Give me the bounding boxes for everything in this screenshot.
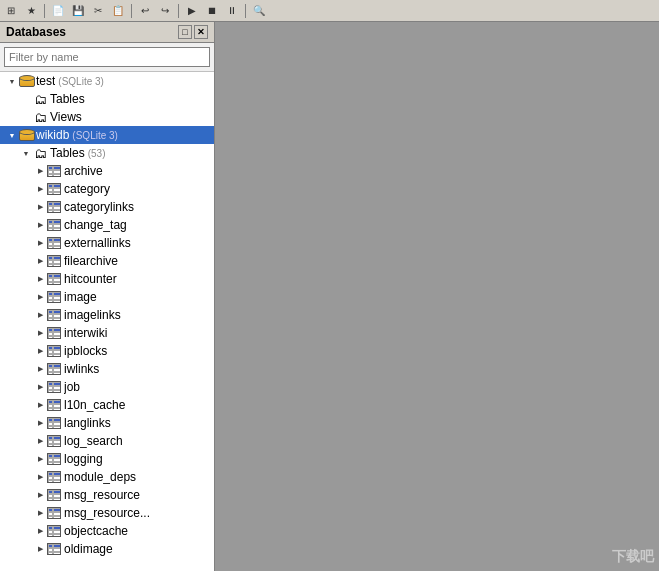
table-label-0: archive [64,164,103,178]
table-row[interactable]: externallinks [0,234,214,252]
table-row[interactable]: module_deps [0,468,214,486]
table-icon-13 [46,397,62,413]
expand-table-8[interactable] [34,309,46,321]
expand-table-20[interactable] [34,525,46,537]
expand-table-12[interactable] [34,381,46,393]
table-row[interactable]: job [0,378,214,396]
db-test-badge: (SQLite 3) [58,76,104,87]
toolbar-btn-11[interactable]: ⏸ [223,2,241,20]
table-row[interactable]: msg_resource [0,486,214,504]
table-row[interactable]: l10n_cache [0,396,214,414]
table-row[interactable]: hitcounter [0,270,214,288]
table-label-2: categorylinks [64,200,134,214]
table-label-13: l10n_cache [64,398,125,412]
table-row[interactable]: msg_resource... [0,504,214,522]
expand-table-3[interactable] [34,219,46,231]
expand-table-17[interactable] [34,471,46,483]
wikidb-tables-folder[interactable]: 🗂 Tables (53) [0,144,214,162]
toolbar-btn-3[interactable]: 📄 [49,2,67,20]
table-label-4: externallinks [64,236,131,250]
expand-table-13[interactable] [34,399,46,411]
toolbar-sep-2 [131,4,132,18]
table-row[interactable]: langlinks [0,414,214,432]
table-row[interactable]: change_tag [0,216,214,234]
db-wikidb-icon [18,127,34,143]
table-row[interactable]: filearchive [0,252,214,270]
table-icon-10 [46,343,62,359]
sidebar-restore-btn[interactable]: □ [178,25,192,39]
table-label-12: job [64,380,80,394]
table-label-9: interwiki [64,326,107,340]
table-label-3: change_tag [64,218,127,232]
expand-table-6[interactable] [34,273,46,285]
test-views-label: Views [50,110,82,124]
expand-table-4[interactable] [34,237,46,249]
toolbar-sep-3 [178,4,179,18]
table-row[interactable]: objectcache [0,522,214,540]
table-row[interactable]: logging [0,450,214,468]
test-views-folder[interactable]: 🗂 Views [0,108,214,126]
table-icon-2 [46,199,62,215]
expand-wikidb[interactable] [6,129,18,141]
table-label-10: ipblocks [64,344,107,358]
expand-table-9[interactable] [34,327,46,339]
db-wikidb-label: wikidb [36,128,69,142]
main-area: Databases □ ✕ test (SQLite 3) [0,22,659,571]
toolbar-btn-1[interactable]: ⊞ [2,2,20,20]
expand-table-7[interactable] [34,291,46,303]
table-row[interactable]: imagelinks [0,306,214,324]
table-icon-5 [46,253,62,269]
test-tables-folder[interactable]: 🗂 Tables [0,90,214,108]
views-folder-icon: 🗂 [32,109,48,125]
toolbar-btn-4[interactable]: 💾 [69,2,87,20]
toolbar-btn-9[interactable]: ▶ [183,2,201,20]
db-test-label: test [36,74,55,88]
db-test[interactable]: test (SQLite 3) [0,72,214,90]
toolbar-btn-2[interactable]: ★ [22,2,40,20]
table-row[interactable]: oldimage [0,540,214,558]
toolbar-btn-6[interactable]: 📋 [109,2,127,20]
filter-input[interactable] [4,47,210,67]
expand-table-11[interactable] [34,363,46,375]
expand-table-14[interactable] [34,417,46,429]
toolbar-btn-12[interactable]: 🔍 [250,2,268,20]
expand-table-18[interactable] [34,489,46,501]
expand-table-1[interactable] [34,183,46,195]
table-row[interactable]: iwlinks [0,360,214,378]
expand-wikidb-tables[interactable] [20,147,32,159]
expand-table-5[interactable] [34,255,46,267]
toolbar-sep-4 [245,4,246,18]
table-row[interactable]: category [0,180,214,198]
expand-table-10[interactable] [34,345,46,357]
table-label-14: langlinks [64,416,111,430]
expand-table-19[interactable] [34,507,46,519]
expand-table-15[interactable] [34,435,46,447]
table-row[interactable]: ipblocks [0,342,214,360]
toolbar-btn-8[interactable]: ↪ [156,2,174,20]
toolbar-btn-7[interactable]: ↩ [136,2,154,20]
expand-table-21[interactable] [34,543,46,555]
table-label-17: module_deps [64,470,136,484]
expand-table-2[interactable] [34,201,46,213]
table-icon-14 [46,415,62,431]
expand-table-0[interactable] [34,165,46,177]
db-wikidb[interactable]: wikidb (SQLite 3) [0,126,214,144]
table-row[interactable]: categorylinks [0,198,214,216]
table-row[interactable]: interwiki [0,324,214,342]
toolbar-btn-10[interactable]: ⏹ [203,2,221,20]
table-label-15: log_search [64,434,123,448]
toolbar-btn-5[interactable]: ✂ [89,2,107,20]
table-icon-3 [46,217,62,233]
wikidb-tables-icon: 🗂 [32,145,48,161]
table-icon-12 [46,379,62,395]
table-row[interactable]: archive [0,162,214,180]
table-icon-1 [46,181,62,197]
expand-test[interactable] [6,75,18,87]
expand-table-16[interactable] [34,453,46,465]
table-icon-0 [46,163,62,179]
sidebar-close-btn[interactable]: ✕ [194,25,208,39]
table-icon-8 [46,307,62,323]
table-row[interactable]: image [0,288,214,306]
table-row[interactable]: log_search [0,432,214,450]
sidebar-header-buttons: □ ✕ [178,25,208,39]
